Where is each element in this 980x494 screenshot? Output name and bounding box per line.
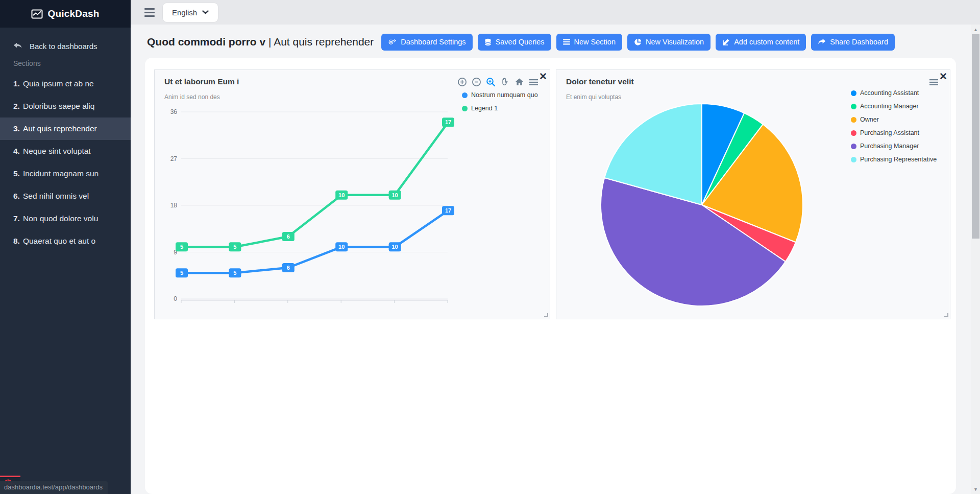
language-value: English: [172, 8, 197, 17]
sidebar-item-3[interactable]: 3. Aut quis reprehender: [0, 117, 131, 140]
sidebar-toggle-hamburger-icon[interactable]: [144, 8, 155, 17]
resize-handle[interactable]: [944, 313, 948, 317]
vertical-scrollbar[interactable]: ▲ ▼: [971, 25, 980, 494]
svg-text:5: 5: [180, 244, 183, 250]
svg-text:10: 10: [338, 192, 345, 198]
list-icon: [563, 39, 570, 45]
app-name: QuickDash: [47, 8, 99, 19]
legend-marker: [462, 92, 468, 98]
pie-chart[interactable]: [556, 70, 951, 319]
sidebar-item-4[interactable]: 4. Neque sint voluptat: [0, 140, 131, 162]
sections-label: Sections: [13, 59, 41, 67]
add-custom-content-button[interactable]: Add custom content: [716, 34, 806, 51]
pan-hand-icon[interactable]: [500, 77, 510, 87]
svg-text:6: 6: [287, 233, 290, 240]
back-to-dashboards-link[interactable]: Back to dashboards: [0, 37, 131, 55]
gears-icon: [388, 38, 397, 46]
sidebar-item-5[interactable]: 5. Incidunt magnam sun: [0, 162, 131, 185]
svg-text:10: 10: [338, 244, 345, 250]
sidebar-item-1[interactable]: 1. Quia ipsum et ab ne: [0, 73, 131, 95]
pie-chart-panel: Dolor tenetur velit Et enim qui voluptas…: [556, 69, 950, 319]
legend-item[interactable]: Nostrum numquam quo: [462, 88, 538, 102]
sidebar-item-2[interactable]: 2. Doloribus saepe aliq: [0, 95, 131, 117]
scroll-up-arrow-icon[interactable]: ▲: [971, 25, 980, 34]
database-icon: [484, 38, 492, 46]
dashboard-settings-button[interactable]: Dashboard Settings: [381, 34, 472, 51]
panel-title: Ut et laborum Eum i: [164, 77, 239, 86]
new-section-button[interactable]: New Section: [556, 34, 622, 51]
sidebar-item-6[interactable]: 6. Sed nihil omnis vel: [0, 185, 131, 207]
status-url-bubble: dashboardia.test/app/dashboards: [0, 481, 108, 494]
resize-handle[interactable]: [544, 313, 548, 317]
sidebar-item-7[interactable]: 7. Non quod dolore volu: [0, 207, 131, 230]
app-logo[interactable]: QuickDash: [0, 0, 131, 28]
chart-line-logo-icon: [31, 9, 43, 19]
share-icon: [818, 38, 826, 45]
sidebar: QuickDash Back to dashboards Sections 1.…: [0, 0, 131, 494]
svg-text:17: 17: [445, 207, 451, 214]
dashboard-header: Quod commodi porro v | Aut quis reprehen…: [147, 32, 895, 52]
svg-text:27: 27: [170, 155, 178, 162]
menu-icon[interactable]: [529, 78, 538, 86]
svg-text:5: 5: [233, 244, 236, 250]
reset-home-icon[interactable]: [514, 77, 524, 87]
svg-text:5: 5: [180, 270, 183, 276]
svg-text:17: 17: [445, 119, 451, 125]
dashboard-section-card: Ut et laborum Eum i Anim id sed non des …: [145, 58, 956, 494]
svg-text:0: 0: [174, 295, 177, 302]
scroll-down-arrow-icon[interactable]: ▼: [971, 485, 980, 493]
chevron-down-icon: [202, 10, 209, 14]
page-title: Quod commodi porro v | Aut quis reprehen…: [147, 36, 374, 48]
zoom-in-icon[interactable]: [457, 77, 467, 87]
new-visualization-button[interactable]: New Visualization: [627, 34, 710, 51]
topbar: English: [131, 0, 980, 25]
header-actions: Dashboard Settings Saved Queries New Sec…: [381, 34, 895, 51]
quickdash-app: QuickDash Back to dashboards Sections 1.…: [0, 0, 980, 494]
panel-subtitle: Anim id sed non des: [164, 93, 220, 101]
svg-text:18: 18: [170, 202, 178, 209]
chart-toolbar: [457, 77, 538, 87]
pie-chart-icon: [634, 38, 642, 46]
saved-queries-button[interactable]: Saved Queries: [478, 34, 551, 51]
back-arrow-icon: [13, 42, 22, 50]
status-url: dashboardia.test/app/dashboards: [4, 483, 103, 491]
scrollbar-thumb[interactable]: [972, 34, 979, 239]
line-chart-panel: Ut et laborum Eum i Anim id sed non des …: [154, 69, 550, 319]
svg-text:5: 5: [233, 270, 236, 276]
svg-text:10: 10: [391, 192, 398, 198]
zoom-out-icon[interactable]: [472, 77, 481, 87]
share-dashboard-button[interactable]: Share Dashboard: [811, 34, 895, 51]
svg-text:6: 6: [287, 265, 290, 271]
sidebar-item-8[interactable]: 8. Quaerat quo et aut o: [0, 230, 131, 252]
selection-zoom-icon[interactable]: [486, 77, 496, 87]
line-chart[interactable]: 09182736556101017556101017: [160, 102, 543, 311]
back-label: Back to dashboards: [30, 42, 97, 51]
svg-text:10: 10: [391, 244, 398, 250]
edit-icon: [722, 38, 730, 46]
svg-text:36: 36: [170, 108, 178, 115]
language-selector[interactable]: English: [163, 3, 218, 22]
close-icon[interactable]: ✕: [539, 70, 547, 83]
